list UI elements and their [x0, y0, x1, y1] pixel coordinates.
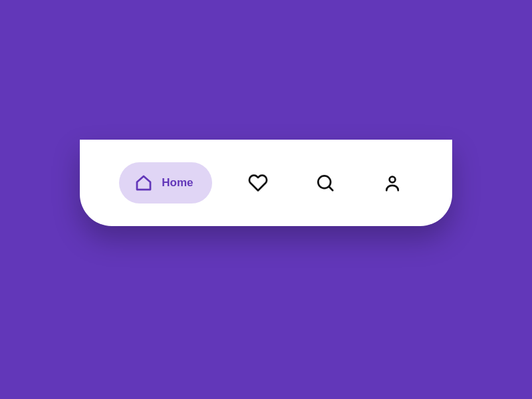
user-icon [382, 173, 402, 193]
search-icon [315, 173, 335, 193]
heart-icon [248, 173, 268, 193]
nav-item-search[interactable] [305, 162, 346, 203]
nav-item-profile[interactable] [372, 162, 413, 203]
nav-item-home[interactable]: Home [119, 162, 211, 203]
svg-point-2 [389, 177, 395, 183]
bottom-nav: Home [80, 140, 452, 226]
nav-item-label: Home [162, 176, 193, 190]
home-icon [134, 173, 154, 193]
nav-item-favorites[interactable] [237, 162, 279, 203]
svg-line-1 [329, 187, 332, 190]
